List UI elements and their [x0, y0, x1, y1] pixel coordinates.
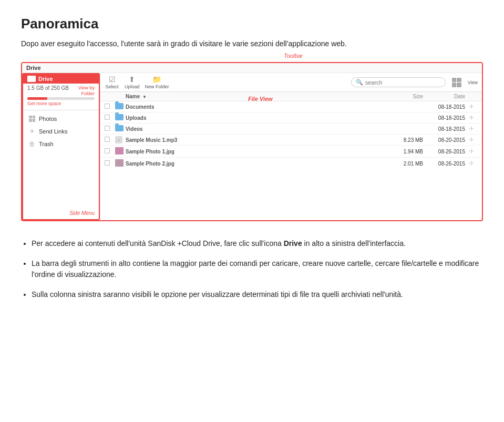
storage-bar-outer — [27, 97, 95, 100]
file-row: Sample Photo 2.jpg 2.01 MB 08-26-2015 ✈ — [100, 158, 482, 169]
file-name: Uploads — [126, 115, 381, 121]
label-fileview: File View — [248, 96, 273, 102]
search-icon: 🔍 — [356, 79, 363, 86]
file-row: Documents 08-18-2015 ✈ — [100, 101, 482, 112]
header-size: Size — [381, 94, 423, 99]
view-by-folder[interactable]: View byFolder — [78, 85, 95, 97]
file-date: 08-18-2015 — [423, 126, 465, 132]
share-icon[interactable]: ✈ — [465, 136, 478, 143]
view-square-1 — [452, 78, 457, 83]
get-more-space[interactable]: Get more space — [27, 101, 95, 106]
file-date: 08-18-2015 — [423, 104, 465, 110]
file-row: Sample Photo 1.jpg 1.94 MB 08-26-2015 ✈ — [100, 146, 482, 158]
newfolder-icon: 📁 — [152, 75, 161, 84]
row-checkbox[interactable] — [105, 115, 110, 120]
sidebar-divider — [23, 110, 99, 110]
file-name: Videos — [126, 126, 381, 132]
file-row: Uploads 08-18-2015 ✈ — [100, 112, 482, 123]
view-label: View — [468, 80, 478, 85]
newfolder-label: New Folder — [145, 84, 169, 89]
intro-paragraph: Dopo aver eseguito l'accesso, l'utente s… — [21, 38, 483, 49]
sidebar-storage: 1.5 GB of 250 GB View byFolder Get more … — [23, 84, 99, 108]
sidebar-trash-label: Trash — [39, 141, 54, 147]
row-checkbox[interactable] — [105, 126, 110, 131]
folder-icon — [115, 114, 124, 120]
file-list-header: Name ▼ Size Date — [100, 92, 482, 101]
view-square-2 — [457, 78, 461, 83]
file-row: Videos 08-18-2015 ✈ — [100, 123, 482, 135]
photo-thumbnail — [115, 159, 124, 167]
file-date: 08-26-2015 — [423, 161, 465, 167]
sidebar-item-sendlinks[interactable]: ✈ Send Links — [23, 125, 99, 138]
music-icon: ♪ — [115, 136, 122, 143]
bullet-item-3: Sulla colonna sinistra saranno visibili … — [32, 289, 483, 301]
bullet-item-2: La barra degli strumenti in alto contien… — [32, 258, 483, 281]
sidebar-photos-label: Photos — [39, 116, 57, 122]
file-size: 8.23 MB — [381, 137, 423, 143]
storage-bar-inner — [27, 97, 47, 100]
drive-title-text: Drive — [26, 65, 41, 71]
header-date: Date — [423, 94, 465, 99]
share-icon[interactable]: ✈ — [465, 160, 478, 167]
file-date: 08-18-2015 — [423, 115, 465, 121]
bullet1-text-after: in alto a sinistra dell'interfaccia. — [302, 239, 406, 248]
label-toolbar: Toolbar — [284, 53, 303, 59]
share-icon[interactable]: ✈ — [465, 148, 478, 155]
row-checkbox[interactable] — [105, 148, 110, 153]
mockup-wrapper: Toolbar Drive File View Drive — [21, 62, 483, 221]
drive-icon — [27, 76, 36, 82]
label-sidemenu: Side Menu — [69, 210, 95, 216]
row-checkbox[interactable] — [105, 160, 110, 166]
file-rows: Documents 08-18-2015 ✈ Uploads — [100, 101, 482, 220]
sort-arrow: ▼ — [142, 95, 147, 99]
toolbar: ☑ Select ⬆ Upload 📁 New Folder — [100, 73, 482, 92]
mockup-inner: Drive 1.5 GB of 250 GB View byFolder — [22, 73, 482, 220]
upload-button[interactable]: ⬆ Upload — [125, 75, 140, 89]
bullet-item-1: Per accedere ai contenuti dell'unità San… — [32, 238, 483, 250]
bullet-list: Per accedere ai contenuti dell'unità San… — [21, 238, 483, 301]
select-button[interactable]: ☑ Select — [105, 75, 119, 89]
view-toggle-button[interactable] — [451, 77, 462, 88]
folder-icon — [115, 103, 124, 109]
view-square-4 — [457, 83, 461, 87]
row-checkbox[interactable] — [105, 137, 110, 142]
page-title: Panoramica — [21, 16, 483, 32]
share-icon[interactable]: ✈ — [465, 103, 478, 110]
file-date: 08-26-2015 — [423, 149, 465, 155]
content-area: ☑ Select ⬆ Upload 📁 New Folder — [100, 73, 482, 220]
file-size: 1.94 MB — [381, 149, 423, 155]
select-icon: ☑ — [109, 75, 116, 84]
bullet1-bold: Drive — [284, 239, 302, 248]
drive-title-bar: Drive File View — [22, 63, 482, 73]
photos-icon — [28, 115, 36, 122]
search-box[interactable]: 🔍 — [351, 77, 446, 87]
search-input[interactable] — [365, 79, 434, 86]
upload-label: Upload — [125, 84, 140, 89]
sidebar-sendlinks-label: Send Links — [39, 128, 67, 135]
upload-icon: ⬆ — [129, 75, 135, 84]
bullet1-text-before: Per accedere ai contenuti dell'unità San… — [32, 239, 284, 248]
photo-thumbnail — [115, 147, 124, 155]
sidebar: Drive 1.5 GB of 250 GB View byFolder — [22, 73, 100, 220]
select-label: Select — [105, 84, 118, 89]
file-date: 08-20-2015 — [423, 137, 465, 143]
file-name: Sample Photo 2.jpg — [126, 161, 381, 167]
new-folder-button[interactable]: 📁 New Folder — [145, 75, 169, 89]
file-name: Sample Photo 1.jpg — [126, 149, 381, 155]
file-name: Documents — [126, 104, 381, 110]
file-name: Sample Music 1.mp3 — [126, 137, 381, 143]
folder-icon — [115, 125, 124, 131]
send-icon: ✈ — [28, 128, 36, 135]
row-checkbox[interactable] — [105, 104, 110, 109]
share-icon[interactable]: ✈ — [465, 114, 478, 121]
share-icon[interactable]: ✈ — [465, 125, 478, 132]
bullet3-text: Sulla colonna sinistra saranno visibili … — [32, 290, 403, 299]
trash-icon: 🗑 — [28, 140, 36, 148]
view-square-3 — [452, 83, 457, 87]
sidebar-item-trash[interactable]: 🗑 Trash — [23, 138, 99, 150]
file-row: ♪ Sample Music 1.mp3 8.23 MB 08-20-2015 … — [100, 135, 482, 146]
file-size: 2.01 MB — [381, 161, 423, 167]
bullet2-text: La barra degli strumenti in alto contien… — [32, 259, 479, 279]
sidebar-item-photos[interactable]: Photos — [23, 112, 99, 125]
sidebar-drive-header: Drive — [23, 74, 99, 84]
